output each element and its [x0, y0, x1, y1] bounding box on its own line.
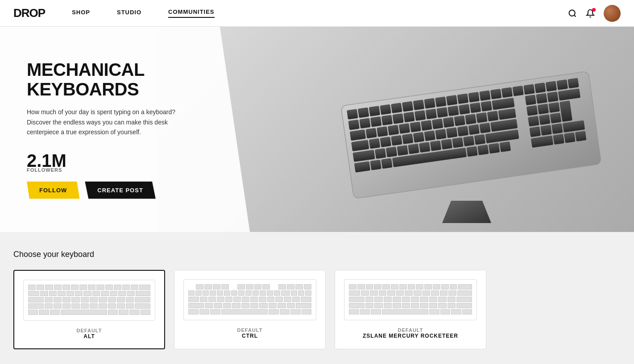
card-name-ctrl: CTRL	[242, 333, 258, 339]
mini-key	[414, 290, 422, 296]
mini-key	[365, 303, 373, 308]
notification-dot	[592, 8, 596, 12]
svg-rect-25	[348, 120, 360, 130]
keyboard-card-rocketeer[interactable]: DEFAULT ZSLANE MERCURY ROCKETEER	[335, 270, 486, 349]
search-button[interactable]	[568, 9, 577, 18]
mini-key	[291, 290, 297, 296]
svg-rect-49	[421, 120, 432, 131]
user-avatar[interactable]	[604, 5, 621, 22]
svg-rect-93	[354, 161, 370, 172]
mini-key	[379, 290, 387, 296]
svg-rect-87	[474, 134, 485, 145]
notifications-button[interactable]	[586, 9, 595, 18]
mini-key	[188, 303, 204, 308]
mini-key	[267, 290, 273, 296]
mini-key	[118, 291, 126, 296]
mini-key	[39, 310, 49, 315]
card-name-rocketeer: ZSLANE MERCURY ROCKETEER	[363, 333, 458, 339]
svg-rect-64	[391, 135, 402, 145]
mini-key	[450, 284, 457, 290]
follow-button[interactable]: FOLLOW	[27, 182, 79, 199]
keyboard-card-alt[interactable]: DEFAULT ALT	[13, 270, 165, 349]
mini-key	[295, 284, 303, 290]
mini-key	[384, 297, 392, 302]
mini-key	[54, 297, 62, 302]
svg-rect-46	[388, 125, 399, 135]
mini-key	[448, 297, 456, 302]
svg-rect-12	[435, 97, 447, 107]
mini-key	[101, 291, 108, 296]
svg-rect-33	[437, 108, 448, 118]
svg-rect-102	[553, 134, 564, 145]
svg-rect-98	[478, 145, 489, 155]
svg-rect-94	[370, 160, 381, 170]
mini-key	[117, 303, 125, 309]
svg-rect-9	[402, 101, 413, 112]
nav-shop[interactable]: SHOP	[72, 9, 90, 17]
svg-rect-70	[457, 126, 468, 136]
svg-rect-22	[546, 81, 557, 91]
svg-rect-71	[468, 124, 480, 135]
mini-key	[287, 284, 294, 290]
mini-key	[361, 290, 369, 296]
main-content: Choose your keyboard	[0, 232, 634, 364]
mini-key	[62, 297, 70, 302]
svg-rect-103	[564, 132, 576, 143]
mini-key	[429, 309, 439, 314]
mini-key	[213, 284, 220, 290]
svg-rect-43	[350, 130, 365, 141]
svg-rect-75	[539, 115, 550, 125]
nav-studio[interactable]: STUDIO	[117, 9, 141, 17]
svg-rect-5	[358, 108, 369, 118]
mini-key	[456, 297, 472, 302]
mini-key	[458, 284, 472, 290]
mini-key	[40, 291, 48, 296]
svg-rect-11	[424, 98, 435, 108]
svg-rect-47	[399, 124, 410, 134]
mini-key	[108, 310, 118, 315]
mini-key	[129, 310, 139, 315]
keyboard-card-ctrl[interactable]: DEFAULT CTRL	[174, 270, 326, 349]
mini-key	[188, 284, 195, 290]
nav-communities[interactable]: COMMUNITIES	[168, 8, 214, 18]
svg-rect-66	[413, 132, 424, 143]
mini-key	[405, 290, 413, 296]
svg-line-1	[574, 15, 576, 17]
card-label-rocketeer: DEFAULT	[398, 327, 423, 333]
mini-key	[61, 310, 107, 315]
hero-title: MECHANICAL KEYBOARDS	[27, 60, 223, 99]
mini-key	[441, 284, 449, 290]
svg-rect-95	[381, 158, 393, 169]
mini-key	[131, 285, 138, 290]
mini-key	[108, 303, 116, 309]
mini-key	[431, 290, 439, 296]
svg-rect-100	[500, 142, 511, 152]
logo[interactable]: DROP	[13, 6, 45, 20]
svg-rect-67	[424, 131, 435, 141]
mini-key	[429, 297, 437, 302]
mini-key	[260, 290, 266, 296]
svg-rect-90	[541, 125, 552, 136]
avatar-image	[604, 5, 621, 22]
followers-label: FOLLOWERS	[27, 167, 66, 173]
mini-key	[49, 291, 57, 296]
mini-key	[81, 297, 89, 302]
mini-key	[135, 303, 150, 309]
svg-rect-78	[375, 149, 386, 159]
svg-rect-28	[381, 115, 393, 125]
mini-key	[88, 285, 95, 290]
svg-rect-55	[487, 111, 498, 121]
keyboard-cards: DEFAULT ALT D	[13, 270, 621, 349]
mini-key	[231, 290, 237, 296]
mini-key	[298, 290, 304, 296]
mini-key	[448, 303, 456, 308]
mini-key	[370, 290, 378, 296]
mini-key	[83, 291, 91, 296]
mini-key	[99, 297, 107, 302]
mini-key	[50, 310, 60, 315]
mini-key	[357, 284, 365, 290]
mini-key	[71, 285, 79, 290]
mini-key	[204, 284, 212, 290]
create-post-button[interactable]: CREATE POST	[85, 182, 156, 199]
mini-key	[28, 285, 36, 290]
